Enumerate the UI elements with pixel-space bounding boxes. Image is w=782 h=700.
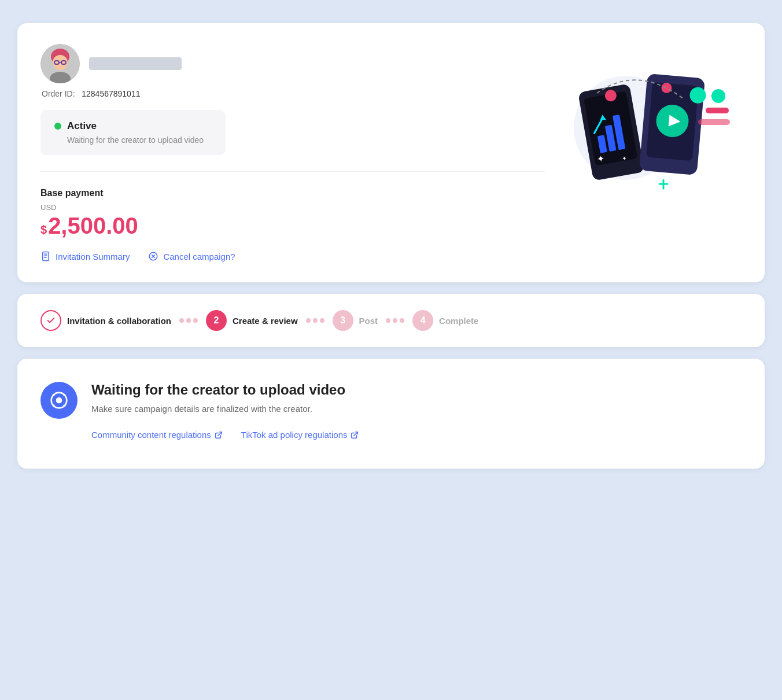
order-id-label: Order ID: (42, 89, 75, 98)
cancel-campaign-link[interactable]: Cancel campaign? (148, 251, 235, 261)
amount-value: 2,500.00 (48, 214, 138, 237)
top-card: Order ID: 1284567891011 Active Waiting f… (17, 23, 765, 282)
community-link-text: Community content regulations (91, 430, 211, 440)
svg-point-38 (63, 394, 65, 396)
upload-icon-circle (40, 382, 78, 419)
order-id-row: Order ID: 1284567891011 (42, 89, 545, 98)
step-dots-3 (386, 318, 404, 323)
status-box: Active Waiting for the creator to upload… (40, 110, 226, 155)
step-1: Invitation & collaboration (40, 310, 171, 331)
step-3-label: Post (359, 316, 378, 326)
payment-section: Base payment USD $ 2,500.00 (40, 188, 545, 237)
cancel-campaign-label: Cancel campaign? (163, 252, 235, 261)
payment-amount: $ 2,500.00 (40, 214, 545, 237)
avatar (40, 44, 80, 83)
divider (40, 171, 545, 172)
tiktok-link[interactable]: TikTok ad policy regulations (241, 430, 359, 440)
community-link[interactable]: Community content regulations (91, 430, 223, 440)
illustration: ✦ ✦ (545, 44, 742, 206)
svg-point-39 (53, 404, 55, 407)
step-4: 4 Complete (412, 310, 478, 331)
step-3-icon: 3 (333, 310, 353, 331)
status-subtitle: Waiting for the creator to upload video (67, 135, 212, 145)
step-2-label: Create & review (233, 316, 298, 326)
profile-row (40, 44, 545, 83)
svg-rect-33 (698, 119, 730, 125)
payment-label: Base payment (40, 188, 545, 198)
action-links: Invitation Summary Cancel campaign? (40, 251, 545, 261)
external-link-icon-2 (351, 431, 359, 439)
invitation-summary-label: Invitation Summary (56, 252, 130, 261)
film-icon (50, 391, 68, 410)
step-3: 3 Post (333, 310, 378, 331)
status-title: Active (67, 120, 97, 132)
upload-desc: Make sure campaign details are finalized… (91, 404, 359, 414)
currency-label: USD (40, 203, 545, 212)
external-link-icon (215, 431, 223, 439)
upload-content: Waiting for the creator to upload video … (91, 382, 359, 440)
step-dots-2 (306, 318, 324, 323)
name-bar (89, 57, 182, 70)
svg-point-36 (56, 397, 62, 404)
step-4-icon: 4 (412, 310, 433, 331)
svg-rect-32 (706, 108, 729, 113)
tiktok-link-text: TikTok ad policy regulations (241, 430, 348, 440)
cancel-icon (148, 251, 158, 261)
svg-line-42 (354, 432, 357, 435)
regulation-links: Community content regulations TikTok ad … (91, 430, 359, 440)
bottom-card: Waiting for the creator to upload video … (17, 359, 765, 469)
step-1-icon (40, 310, 61, 331)
svg-point-40 (63, 404, 65, 407)
upload-section: Waiting for the creator to upload video … (40, 382, 742, 440)
step-2: 2 Create & review (206, 310, 298, 331)
left-section: Order ID: 1284567891011 Active Waiting f… (40, 44, 545, 261)
status-header: Active (54, 120, 212, 132)
upload-title: Waiting for the creator to upload video (91, 382, 359, 398)
document-icon (40, 251, 51, 261)
invitation-summary-link[interactable]: Invitation Summary (40, 251, 130, 261)
step-1-label: Invitation & collaboration (67, 316, 171, 326)
status-dot (54, 123, 61, 130)
step-dots-1 (179, 318, 198, 323)
order-id-value: 1284567891011 (82, 89, 140, 98)
svg-point-34 (711, 89, 725, 103)
step-2-icon: 2 (206, 310, 227, 331)
steps-card: Invitation & collaboration 2 Create & re… (17, 294, 765, 347)
dollar-sign: $ (40, 223, 47, 237)
svg-line-41 (218, 432, 222, 435)
step-4-label: Complete (439, 316, 478, 326)
svg-point-37 (53, 394, 55, 396)
